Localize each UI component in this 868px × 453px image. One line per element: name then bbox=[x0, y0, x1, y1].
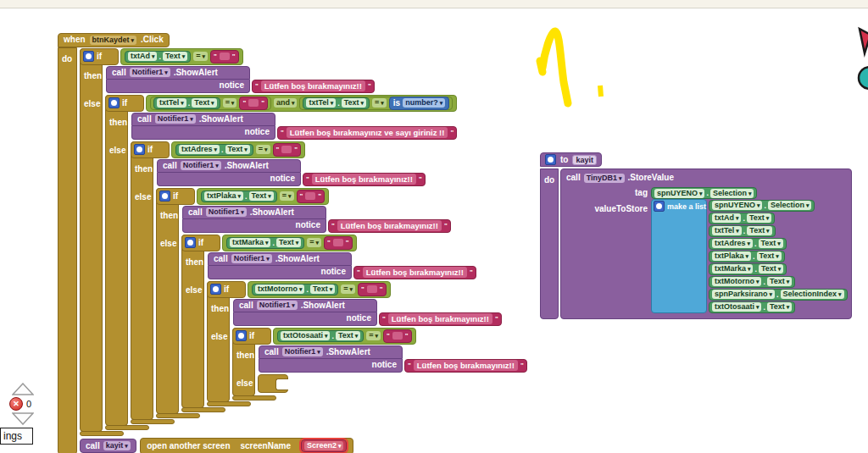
property-dropdown[interactable]: Text bbox=[747, 213, 771, 223]
compare-block[interactable]: txtTel.Text= bbox=[150, 97, 271, 110]
when-btnkaydet-click-block[interactable]: when btnKaydet .Click do ifthenelsetxtAd… bbox=[58, 30, 527, 453]
component-dropdown[interactable]: txtMarka bbox=[230, 238, 270, 247]
notifier-showalert-block[interactable]: callNotifier1.ShowAlertnoticeLütfen boş … bbox=[259, 345, 527, 373]
component-dropdown[interactable]: txtPlaka bbox=[712, 251, 751, 261]
notifier-showalert-block[interactable]: callNotifier1.ShowAlertnoticeLütfen boş … bbox=[106, 66, 375, 94]
property-dropdown[interactable]: Text bbox=[163, 52, 187, 61]
empty-string-block[interactable] bbox=[273, 143, 302, 157]
empty-string-slot[interactable] bbox=[305, 192, 315, 200]
mutator-icon[interactable] bbox=[159, 191, 170, 202]
scroll-down-icon[interactable] bbox=[12, 412, 34, 425]
compare-dropdown[interactable]: = bbox=[341, 285, 355, 294]
is-number-block[interactable]: isnumber? bbox=[389, 97, 449, 110]
empty-string-block[interactable] bbox=[239, 97, 268, 110]
compare-dropdown[interactable]: = bbox=[280, 191, 294, 201]
empty-string-slot[interactable] bbox=[248, 99, 259, 107]
property-getter-block[interactable]: txtTel.Text bbox=[303, 97, 370, 109]
if-else-block[interactable]: ifthenelsetxtPlaka.Text=callNotifier1.Sh… bbox=[156, 188, 527, 418]
compare-block[interactable]: txtTel.Text=isnumber? bbox=[299, 97, 453, 110]
component-dropdown[interactable]: Notifier1 bbox=[282, 347, 323, 356]
error-count-indicator[interactable]: ✕ 0 bbox=[9, 397, 31, 411]
empty-string-block[interactable] bbox=[383, 329, 412, 343]
compare-dropdown[interactable]: = bbox=[256, 145, 270, 154]
component-dropdown[interactable]: TinyDB1 bbox=[584, 174, 625, 183]
compare-block[interactable]: txtAdres.Text= bbox=[171, 141, 305, 158]
mutator-icon[interactable] bbox=[83, 51, 94, 62]
component-dropdown[interactable]: txtTel bbox=[712, 226, 742, 235]
property-dropdown[interactable]: Text bbox=[757, 251, 782, 261]
component-dropdown[interactable]: txtTel bbox=[306, 98, 336, 108]
property-getter-block[interactable]: txtOtosaati.Text bbox=[709, 301, 795, 313]
notice-text-block[interactable]: Lütfen boş bırakmayınız ve sayı giriniz … bbox=[277, 126, 457, 140]
property-dropdown[interactable]: Text bbox=[249, 191, 274, 201]
property-dropdown[interactable]: Selection bbox=[710, 189, 754, 198]
property-dropdown[interactable]: Text bbox=[192, 98, 216, 108]
procedure-header[interactable]: to kayit bbox=[540, 152, 602, 167]
property-getter-block[interactable]: spnUYENO.Selection bbox=[651, 187, 757, 199]
if-header[interactable]: if bbox=[80, 48, 119, 65]
if-header[interactable]: if bbox=[105, 95, 144, 112]
mutator-icon[interactable] bbox=[108, 97, 120, 108]
component-dropdown[interactable]: Notifier1 bbox=[155, 114, 196, 124]
empty-string-slot[interactable] bbox=[392, 332, 403, 340]
empty-string-slot[interactable] bbox=[333, 239, 343, 246]
if-else-block[interactable]: ifthenelsetxtAdres.Text=callNotifier1.Sh… bbox=[131, 141, 527, 424]
property-dropdown[interactable]: SelectionIndex bbox=[781, 290, 844, 299]
property-dropdown[interactable]: Text bbox=[276, 238, 301, 247]
notifier-showalert-block[interactable]: callNotifier1.ShowAlertnoticeLütfen boş … bbox=[157, 159, 426, 187]
if-else-block[interactable]: ifthenelsetxtTel.Text=andtxtTel.Text=isn… bbox=[105, 95, 527, 430]
empty-string-block[interactable] bbox=[297, 190, 326, 203]
and-block[interactable]: txtTel.Text=andtxtTel.Text=isnumber? bbox=[146, 95, 457, 112]
notifier-showalert-block[interactable]: callNotifier1.ShowAlertnoticeLütfen boş … bbox=[131, 113, 457, 141]
to-kayit-procedure-block[interactable]: to kayit do call TinyDB1 .StoreValue tag… bbox=[540, 152, 852, 319]
screen-dropdown[interactable]: Screen2 bbox=[304, 441, 344, 450]
compare-block[interactable]: txtAd.Text= bbox=[120, 48, 243, 65]
component-dropdown[interactable]: txtOtosaati bbox=[281, 331, 330, 340]
notice-text-block[interactable]: Lütfen boş bırakmayınız!! bbox=[252, 80, 375, 93]
component-dropdown[interactable]: txtAdres bbox=[712, 239, 753, 248]
property-dropdown[interactable]: Text bbox=[759, 264, 783, 273]
property-getter-block[interactable]: txtPlaka.Text bbox=[709, 251, 785, 262]
property-getter-block[interactable]: txtAd.Text bbox=[709, 213, 775, 224]
call-kayit-block[interactable]: call kayit bbox=[80, 439, 136, 453]
property-dropdown[interactable]: Text bbox=[747, 226, 771, 235]
if-else-block[interactable]: ifthenelsetxtOtosaati.Text=callNotifier1… bbox=[232, 328, 527, 401]
tinydb-storevalue-block[interactable]: call TinyDB1 .StoreValue tag spnUYENO.Se… bbox=[560, 168, 852, 319]
empty-string-block[interactable] bbox=[358, 283, 387, 296]
component-dropdown[interactable]: spnUYENO bbox=[654, 189, 704, 198]
property-getter-block[interactable]: txtMarka.Text bbox=[226, 237, 304, 249]
mutator-icon[interactable] bbox=[545, 154, 556, 165]
property-getter-block[interactable]: txtTel.Text bbox=[153, 97, 220, 109]
component-dropdown[interactable]: txtMotorno bbox=[712, 277, 761, 286]
empty-else-socket[interactable] bbox=[258, 374, 288, 393]
empty-string-slot[interactable] bbox=[281, 146, 292, 153]
if-else-block[interactable]: ifthenelsetxtMarka.Text=callNotifier1.Sh… bbox=[181, 235, 527, 412]
property-dropdown[interactable]: Text bbox=[767, 302, 792, 312]
number-dropdown[interactable]: number? bbox=[403, 98, 445, 108]
if-else-block[interactable]: ifthenelsetxtAd.Text=callNotifier1.ShowA… bbox=[80, 48, 527, 436]
property-getter-block[interactable]: txtMotorno.Text bbox=[709, 276, 795, 288]
notice-text-block[interactable]: Lütfen boş bırakmayınız!! bbox=[303, 173, 426, 186]
property-getter-block[interactable]: txtAdres.Text bbox=[175, 144, 253, 156]
compare-block[interactable]: txtMarka.Text= bbox=[222, 235, 357, 251]
if-header[interactable]: if bbox=[181, 235, 220, 251]
procedure-name-field[interactable]: kayit bbox=[572, 155, 597, 165]
property-dropdown[interactable]: Selection bbox=[768, 201, 811, 210]
notice-text-block[interactable]: Lütfen boş bırakmayınız!! bbox=[353, 266, 476, 279]
property-dropdown[interactable]: Text bbox=[225, 145, 250, 154]
compare-block[interactable]: txtPlaka.Text= bbox=[197, 188, 329, 205]
compare-dropdown[interactable]: = bbox=[372, 98, 387, 108]
compare-block[interactable]: txtMotorno.Text= bbox=[248, 281, 391, 298]
notice-text-block[interactable]: Lütfen boş bırakmayınız!! bbox=[328, 219, 451, 233]
component-dropdown[interactable]: txtTel bbox=[157, 98, 186, 108]
component-dropdown[interactable]: Notifier1 bbox=[130, 68, 170, 77]
property-getter-block[interactable]: txtMotorno.Text bbox=[252, 284, 338, 296]
property-dropdown[interactable]: Text bbox=[767, 277, 792, 286]
open-another-screen-block[interactable]: open another screen screenName Screen2 bbox=[140, 438, 353, 453]
component-dropdown[interactable]: txtOtosaati bbox=[712, 302, 761, 312]
if-header[interactable]: if bbox=[232, 328, 271, 345]
and-dropdown[interactable]: and bbox=[274, 98, 297, 108]
compare-dropdown[interactable]: = bbox=[193, 52, 208, 61]
property-getter-block[interactable]: spnParksirano.SelectionIndex bbox=[709, 289, 848, 301]
mutator-icon[interactable] bbox=[134, 144, 145, 155]
